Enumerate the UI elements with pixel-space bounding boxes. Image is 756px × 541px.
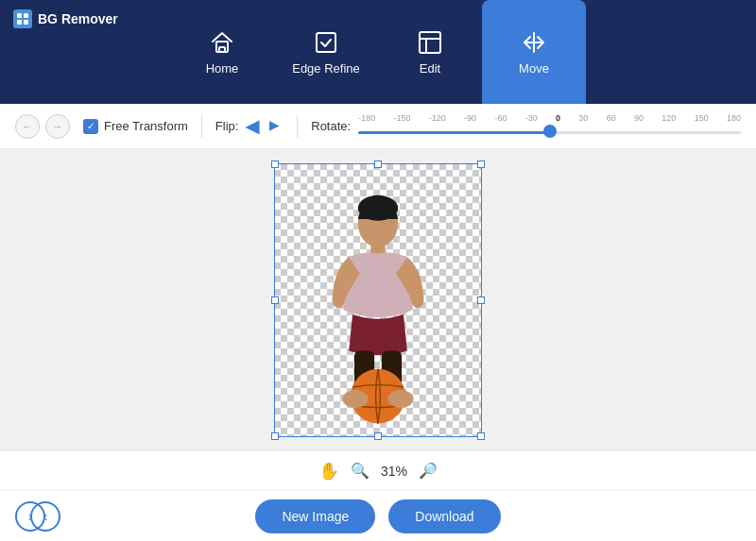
svg-rect-3 bbox=[24, 20, 28, 25]
tick--150: -150 bbox=[393, 113, 410, 123]
logo-icon bbox=[13, 9, 32, 28]
nav-item-move[interactable]: Move bbox=[482, 0, 586, 104]
nav-home-label: Home bbox=[206, 61, 239, 76]
free-transform-control: ✓ Free Transform bbox=[83, 119, 188, 134]
rotate-label: Rotate: bbox=[311, 119, 351, 133]
nav-move-label: Move bbox=[519, 61, 549, 76]
nav-edge-refine-label: Edge Refine bbox=[292, 61, 360, 76]
handle-middle-left[interactable] bbox=[271, 296, 279, 304]
zoom-out-icon[interactable]: 🔎 bbox=[419, 462, 438, 480]
action-bar: ‹ › New Image Download bbox=[0, 490, 756, 541]
rotate-ruler[interactable]: -180 -150 -120 -90 -60 -30 0 30 60 90 12… bbox=[358, 113, 741, 140]
handle-middle-right[interactable] bbox=[477, 296, 485, 304]
free-transform-label: Free Transform bbox=[104, 119, 188, 133]
svg-rect-5 bbox=[219, 47, 225, 52]
forward-button[interactable]: → bbox=[45, 114, 70, 139]
svg-rect-6 bbox=[317, 33, 335, 52]
app-logo: BG Remover bbox=[13, 9, 118, 28]
handle-bottom-left[interactable] bbox=[271, 432, 279, 440]
svg-rect-1 bbox=[24, 13, 28, 18]
ruler-thumb[interactable] bbox=[543, 125, 557, 138]
download-button[interactable]: Download bbox=[388, 499, 500, 533]
main-content: ← → ✓ Free Transform Flip: ◀ ▲ Rotate: -… bbox=[0, 104, 756, 541]
handle-bottom-middle[interactable] bbox=[374, 432, 382, 440]
app-title: BG Remover bbox=[38, 11, 118, 26]
new-image-button[interactable]: New Image bbox=[255, 499, 375, 533]
action-buttons: New Image Download bbox=[255, 499, 500, 533]
rotate-section: Rotate: -180 -150 -120 -90 -60 -30 0 30 … bbox=[311, 113, 741, 140]
nav-item-home[interactable]: Home bbox=[170, 0, 274, 104]
handle-top-left[interactable] bbox=[271, 161, 279, 168]
nav-edit-label: Edit bbox=[420, 61, 440, 76]
selection-box bbox=[274, 163, 482, 437]
zoom-level: 31% bbox=[381, 464, 407, 479]
zoom-in-icon[interactable]: 🔍 bbox=[351, 462, 369, 480]
toolbar-divider-2 bbox=[297, 115, 298, 138]
nav-item-edge-refine[interactable]: Edge Refine bbox=[274, 0, 378, 104]
flip-section: Flip: ◀ ▲ bbox=[215, 116, 284, 137]
image-canvas bbox=[274, 163, 482, 437]
toolbar-nav-buttons: ← → bbox=[15, 114, 70, 139]
tick-30: 30 bbox=[578, 113, 588, 123]
svg-rect-0 bbox=[17, 13, 22, 18]
tick-0: 0 bbox=[556, 113, 560, 123]
flip-horizontal-button[interactable]: ◀ bbox=[246, 116, 259, 137]
toolbar: ← → ✓ Free Transform Flip: ◀ ▲ Rotate: -… bbox=[0, 104, 756, 149]
ruler-fill bbox=[358, 131, 549, 134]
nav-arrows: ‹ › bbox=[15, 501, 45, 532]
prev-button[interactable]: ‹ bbox=[30, 501, 60, 532]
svg-rect-2 bbox=[17, 20, 22, 25]
flip-label: Flip: bbox=[215, 119, 239, 133]
canvas-area bbox=[0, 149, 756, 450]
tick--120: -120 bbox=[429, 113, 446, 123]
pan-icon[interactable]: ✋ bbox=[318, 461, 339, 482]
tick--30: -30 bbox=[525, 113, 538, 123]
free-transform-checkbox[interactable]: ✓ bbox=[83, 119, 98, 134]
tick-60: 60 bbox=[607, 113, 616, 123]
top-navigation: BG Remover Home Edge Refine bbox=[0, 0, 756, 104]
tick--90: -90 bbox=[464, 113, 476, 123]
zoom-bar: ✋ 🔍 31% 🔎 bbox=[0, 450, 756, 490]
handle-top-right[interactable] bbox=[477, 161, 485, 168]
svg-rect-7 bbox=[420, 32, 440, 53]
tick-150: 150 bbox=[695, 113, 709, 123]
tick--60: -60 bbox=[494, 113, 507, 123]
handle-top-middle[interactable] bbox=[374, 161, 382, 168]
tick-90: 90 bbox=[634, 113, 644, 123]
nav-item-edit[interactable]: Edit bbox=[378, 0, 482, 104]
tick-120: 120 bbox=[662, 113, 676, 123]
flip-vertical-button[interactable]: ▲ bbox=[266, 118, 285, 135]
back-button[interactable]: ← bbox=[15, 114, 40, 139]
handle-bottom-right[interactable] bbox=[477, 432, 485, 440]
tick--180: -180 bbox=[358, 113, 375, 123]
tick-180: 180 bbox=[727, 113, 741, 123]
nav-items: Home Edge Refine Edit bbox=[19, 0, 737, 104]
toolbar-divider-1 bbox=[201, 115, 202, 138]
